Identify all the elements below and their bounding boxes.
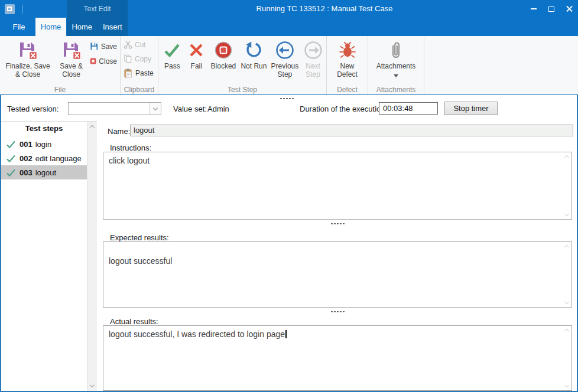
pass-check-icon	[163, 40, 181, 61]
cut-label: Cut	[135, 41, 146, 49]
value-set-value: Admin	[207, 104, 229, 113]
actual-results-textarea[interactable]: logout successful, I was redirected to l…	[103, 325, 572, 391]
minimize-icon	[531, 8, 537, 9]
previous-step-button[interactable]: Previous Step	[269, 38, 301, 85]
expected-results-textarea[interactable]: logout successful	[103, 241, 572, 308]
execution-params-row: Tested version: Value set: Admin Duratio…	[1, 95, 577, 121]
not-run-undo-icon	[245, 40, 262, 61]
copy-icon	[124, 54, 132, 63]
test-step-item[interactable]: 002 edit language	[1, 151, 87, 165]
next-step-button[interactable]: Next Step	[301, 38, 325, 85]
window-controls	[525, 0, 578, 18]
maximize-button[interactable]	[543, 0, 560, 18]
paste-icon	[124, 68, 133, 78]
ribbon-group-file: Finalize, Save & Close Save & Close	[0, 36, 121, 94]
paste-button[interactable]: Paste	[122, 67, 157, 79]
chevron-down-icon	[153, 105, 158, 110]
previous-step-label: Previous Step	[271, 63, 299, 79]
test-steps-header: Test steps	[1, 124, 87, 133]
finalize-save-close-button[interactable]: Finalize, Save & Close	[1, 38, 54, 85]
copy-label: Copy	[135, 55, 151, 63]
not-run-button[interactable]: Not Run	[239, 38, 269, 85]
name-input[interactable]: logout	[130, 125, 573, 136]
duration-input[interactable]: 00:03:48	[379, 102, 438, 115]
step-name: logout	[35, 168, 56, 177]
save-and-close-label: Save & Close	[56, 63, 86, 79]
scroll-down-icon[interactable]	[564, 383, 569, 387]
attachments-button[interactable]: Attachments	[372, 38, 420, 85]
tested-version-dropdown-button[interactable]	[150, 103, 161, 115]
scroll-up-icon[interactable]	[90, 125, 95, 130]
ribbon-group-test-step: Pass Fail Blocked	[158, 36, 327, 94]
step-name: edit language	[35, 154, 82, 163]
text-cursor	[285, 330, 287, 338]
next-step-arrow-icon	[304, 40, 323, 61]
instructions-text: click logout	[103, 152, 571, 169]
save-button[interactable]: Save	[88, 41, 119, 52]
test-steps-list: 001 login 002 edit language 003 logout	[1, 137, 87, 179]
app-window: Running TC 133512 : Manual Test Case Fil…	[0, 0, 578, 392]
close-red-icon	[90, 57, 96, 66]
tab-home[interactable]: Home	[35, 18, 66, 36]
blocked-button[interactable]: Blocked	[208, 38, 239, 85]
blocked-label: Blocked	[211, 63, 236, 71]
cut-button[interactable]: Cut	[122, 39, 157, 50]
close-ribbon-button[interactable]: Close	[88, 55, 119, 67]
name-label: Name:	[108, 127, 130, 136]
ribbon-group-defect: New Defect Defect	[327, 36, 368, 94]
tab-context-insert[interactable]: Insert	[98, 18, 128, 36]
attachments-label: Attachments	[376, 63, 416, 71]
step-number: 001	[20, 140, 33, 149]
app-icon[interactable]	[5, 4, 15, 14]
not-run-label: Not Run	[241, 63, 267, 71]
instructions-textarea[interactable]: click logout	[103, 152, 572, 220]
step-number: 002	[20, 154, 33, 163]
test-steps-scrollbar[interactable]	[87, 122, 97, 391]
close-button[interactable]	[560, 0, 578, 18]
tab-file[interactable]: File	[5, 18, 33, 36]
content-area: Tested version: Value set: Admin Duratio…	[0, 95, 578, 392]
scroll-down-icon[interactable]	[564, 299, 569, 304]
group-label-attachments: Attachments	[368, 86, 424, 94]
duration-label: Duration of the execution:	[300, 104, 387, 113]
test-step-item-selected[interactable]: 003 logout	[1, 165, 87, 179]
minimize-button[interactable]	[525, 0, 543, 18]
save-and-close-button[interactable]: Save & Close	[54, 38, 88, 85]
step-number: 003	[20, 168, 33, 177]
previous-step-arrow-icon	[275, 40, 294, 61]
save-label: Save	[101, 43, 117, 51]
fail-button[interactable]: Fail	[185, 38, 208, 85]
fail-x-icon	[188, 40, 204, 61]
splitter-handle[interactable]	[330, 223, 345, 225]
scroll-down-icon[interactable]	[90, 383, 95, 387]
quick-access-separator	[22, 5, 22, 14]
pass-button[interactable]: Pass	[160, 38, 185, 85]
group-label-test-step: Test Step	[158, 86, 326, 94]
tested-version-select[interactable]	[68, 102, 161, 115]
attachments-dropdown-icon	[394, 74, 398, 77]
value-set-label: Value set:	[173, 104, 207, 113]
pass-label: Pass	[164, 63, 180, 71]
actual-results-label: Actual results:	[110, 317, 158, 326]
test-steps-panel: Test steps 001 login 002 edit language 0…	[1, 121, 97, 391]
ribbon-group-attachments: Attachments Attachments	[368, 36, 424, 94]
save-icon	[90, 42, 99, 51]
ribbon-group-clipboard: Cut Copy Paste	[121, 36, 158, 94]
scroll-down-icon[interactable]	[564, 211, 569, 216]
fail-label: Fail	[191, 63, 202, 71]
maximize-icon	[548, 6, 554, 12]
step-passed-check-icon	[7, 141, 15, 148]
step-name: login	[35, 140, 51, 149]
new-defect-button[interactable]: New Defect	[332, 38, 363, 85]
paperclip-icon	[389, 40, 403, 61]
test-step-item[interactable]: 001 login	[1, 137, 87, 151]
instructions-label: Instructions:	[110, 143, 151, 152]
stop-timer-button[interactable]: Stop timer	[444, 102, 498, 115]
splitter-handle[interactable]	[330, 311, 345, 313]
finalize-save-close-label: Finalize, Save & Close	[3, 63, 53, 79]
copy-button[interactable]: Copy	[122, 53, 157, 64]
tab-context-home[interactable]: Home	[67, 18, 98, 36]
blocked-stop-icon	[214, 40, 233, 61]
close-label: Close	[99, 57, 117, 66]
step-passed-check-icon	[7, 169, 15, 177]
